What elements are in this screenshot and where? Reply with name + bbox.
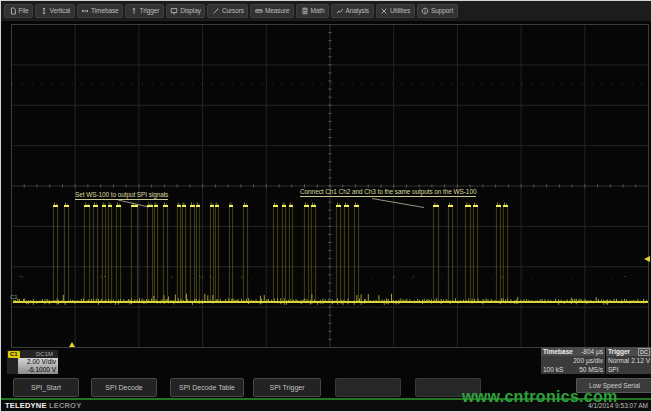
trigger-level: 2.12 V	[631, 357, 650, 364]
brand-primary: TELEDYNE	[5, 401, 47, 410]
trigger-level-marker[interactable]	[644, 256, 650, 262]
trigger-descriptor[interactable]: TriggerDC Normal2.12 V SPI	[606, 347, 652, 374]
channel-coupling: DC1M	[36, 351, 53, 357]
trace-label-c1: C1	[10, 294, 18, 300]
spi-start-button[interactable]: SPI_Start	[13, 378, 79, 397]
timebase-rate: 50 MS/s	[579, 366, 603, 373]
spi-trigger-button[interactable]: SPI Trigger	[253, 378, 321, 397]
trigger-title: Trigger	[608, 348, 630, 355]
brand-logo: TELEDYNE LECROY	[5, 401, 81, 410]
timebase-samples: 100 kS	[543, 366, 563, 373]
timebase-delay: -804 µs	[581, 348, 603, 355]
channel-descriptor-c1[interactable]: C1 DC1M 2.00 V/div -6.1000 V	[7, 350, 58, 374]
trigger-source: SPI	[608, 366, 618, 373]
watermark: www.cntronics.com	[462, 388, 618, 406]
trigger-coupling-badge: DC	[638, 348, 650, 356]
spi-decode-button[interactable]: SPI Decode	[91, 378, 157, 397]
trigger-time-marker[interactable]	[69, 342, 75, 347]
blank-button-1[interactable]	[335, 378, 401, 397]
annotation-connect-channels: Connect Ch1 Ch2 and Ch3 to the same outp…	[300, 188, 476, 197]
timebase-per-div: 200 µs/div	[573, 357, 603, 364]
timebase-descriptor[interactable]: Timebase-804 µs 200 µs/div 100 kS50 MS/s	[541, 347, 605, 374]
spi-decode-table-button[interactable]: SPI Decode Table	[170, 378, 244, 397]
channel-badge: C1	[8, 351, 20, 358]
brand-secondary: LECROY	[49, 401, 81, 410]
trigger-mode: Normal	[608, 357, 629, 364]
oscilloscope-app: FileVerticalTimebaseTriggerDisplayCursor…	[0, 0, 652, 412]
annotation-set-ws100: Set WS-100 to output SPI signals	[75, 191, 168, 200]
channel-vdiv: 2.00 V/div	[18, 358, 56, 366]
timebase-title: Timebase	[543, 348, 573, 355]
channel-offset: -6.1000 V	[18, 366, 56, 374]
